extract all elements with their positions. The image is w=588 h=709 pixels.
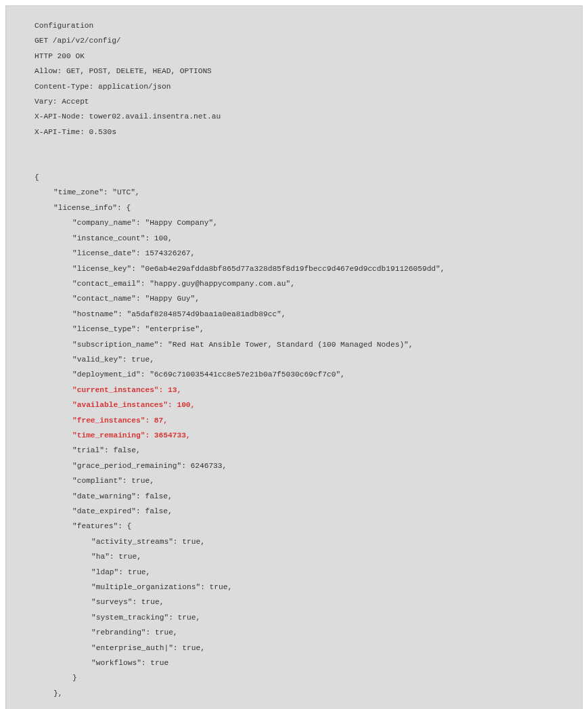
json-time-remaining: "time_remaining": 3654733, bbox=[35, 428, 567, 443]
json-subscription-name: "subscription_name": "Red Hat Ansible To… bbox=[35, 337, 567, 352]
json-rebranding: "rebranding": true, bbox=[35, 625, 567, 640]
json-open-brace: { bbox=[35, 170, 567, 185]
json-time-zone: "time_zone": "UTC", bbox=[35, 185, 567, 200]
json-valid-key: "valid_key": true, bbox=[35, 352, 567, 367]
header-api-node: X-API-Node: tower02.avail.insentra.net.a… bbox=[35, 109, 567, 124]
json-license-type: "license_type": "enterprise", bbox=[35, 322, 567, 337]
json-features-close: } bbox=[35, 670, 567, 685]
json-available-instances: "available_instances": 100, bbox=[35, 398, 567, 412]
json-surveys: "surveys": true, bbox=[35, 595, 567, 609]
json-contact-name: "contact_name": "Happy Guy", bbox=[35, 291, 567, 306]
json-license-key: "license_key": "0e6ab4e29afdda8bf865d77a… bbox=[35, 261, 567, 276]
json-current-instances: "current_instances": 13, bbox=[35, 383, 567, 398]
json-license-info-close: }, bbox=[35, 686, 567, 701]
api-response-block: ConfigurationGET /api/v2/config/HTTP 200… bbox=[5, 5, 583, 709]
json-hostname: "hostname": "a5daf82848574d9baa1a0ea81ad… bbox=[35, 307, 567, 322]
json-contact-email: "contact_email": "happy.guy@happycompany… bbox=[35, 276, 567, 291]
json-license-info-open: "license_info": { bbox=[35, 200, 567, 215]
json-enterprise-auth: "enterprise_auth|": true, bbox=[35, 641, 567, 656]
header-allow: Allow: GET, POST, DELETE, HEAD, OPTIONS bbox=[35, 64, 567, 79]
json-company-name: "company_name": "Happy Company", bbox=[35, 215, 567, 230]
json-grace-period-remaining: "grace_period_remaining": 6246733, bbox=[35, 458, 567, 473]
json-ha: "ha": true, bbox=[35, 549, 567, 564]
header-status: HTTP 200 OK bbox=[35, 49, 567, 64]
header-request: GET /api/v2/config/ bbox=[35, 33, 567, 48]
json-features-open: "features": { bbox=[35, 519, 567, 534]
json-system-tracking: "system_tracking": true, bbox=[35, 610, 567, 625]
json-activity-streams: "activity_streams": true, bbox=[35, 534, 567, 549]
header-content-type: Content-Type: application/json bbox=[35, 79, 567, 94]
json-date-expired: "date_expired": false, bbox=[35, 504, 567, 519]
json-license-date: "license_date": 1574326267, bbox=[35, 246, 567, 261]
blank-line bbox=[35, 155, 567, 170]
json-deployment-id: "deployment_id": "6c69c710035441cc8e57e2… bbox=[35, 367, 567, 382]
json-multiple-organizations: "multiple_organizations": true, bbox=[35, 580, 567, 595]
json-compliant: "compliant": true, bbox=[35, 473, 567, 488]
header-api-time: X-API-Time: 0.530s bbox=[35, 125, 567, 139]
header-vary: Vary: Accept bbox=[35, 94, 567, 109]
json-date-warning: "date_warning": false, bbox=[35, 489, 567, 504]
json-trial: "trial": false, bbox=[35, 443, 567, 458]
json-ldap: "ldap": true, bbox=[35, 565, 567, 580]
header-title: Configuration bbox=[35, 18, 567, 33]
json-workflows: "workflows": true bbox=[35, 656, 567, 670]
json-instance-count: "instance_count": 100, bbox=[35, 231, 567, 246]
json-free-instances: "free_instances": 87, bbox=[35, 413, 567, 428]
blank-line bbox=[35, 139, 567, 154]
